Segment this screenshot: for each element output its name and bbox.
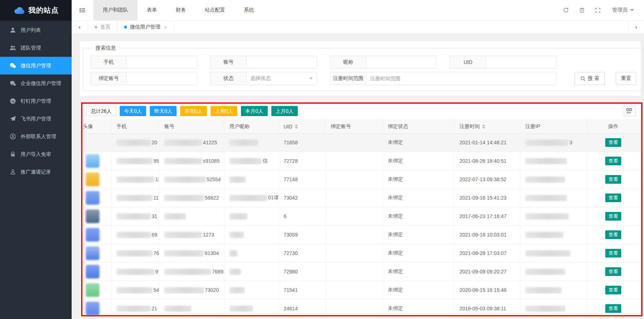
redacted-ip [525, 158, 567, 164]
avatar-cell [80, 152, 111, 170]
stat-badge[interactable]: 本月0人 [241, 106, 268, 116]
sidebar-item-dingtalk[interactable]: 钉钉用户管理 [0, 92, 72, 110]
stat-badge[interactable]: 本周0人 [180, 106, 207, 116]
column-settings-button[interactable] [623, 106, 636, 116]
view-button[interactable]: 查看 [605, 304, 621, 313]
account-cell: s91085 [159, 152, 224, 170]
phone-cell: 31 [111, 207, 159, 225]
sidebar-item-plane[interactable]: 飞书用户管理 [0, 110, 72, 128]
search-field-input[interactable] [246, 56, 317, 69]
redacted-ip [525, 232, 563, 238]
stat-badge[interactable]: 昨天0人 [150, 106, 177, 116]
nickname-cell [224, 244, 279, 262]
wechat-icon [10, 63, 16, 69]
fullscreen-button[interactable] [590, 0, 606, 21]
view-button[interactable]: 查看 [605, 138, 621, 147]
topnav-item[interactable]: 站点配置 [195, 0, 234, 20]
reset-button[interactable]: 重置 [616, 72, 636, 85]
bind-account-input[interactable] [127, 72, 197, 85]
status-select[interactable]: 选择状态 [246, 72, 317, 85]
account-cell [159, 207, 224, 225]
view-button[interactable]: 查看 [605, 230, 621, 239]
view-button[interactable]: 查看 [605, 267, 621, 276]
view-button[interactable]: 查看 [605, 157, 621, 165]
uid-cell: 72728 [279, 152, 326, 170]
sidebar-item-wecom[interactable]: 企业微信用户管理 [0, 75, 72, 92]
tabbar-left-arrow[interactable]: ‹ [72, 21, 88, 34]
time-range-input[interactable] [366, 72, 556, 85]
redacted-ip [525, 250, 571, 256]
sort-icon[interactable] [482, 124, 485, 129]
bind-account-cell [326, 207, 383, 225]
page-tab[interactable]: 首页 [88, 21, 117, 34]
avatar [86, 265, 99, 278]
sidebar-item-invite-record[interactable]: 推广邀请记录 [0, 163, 72, 181]
topnav-item-label: 财务 [176, 7, 186, 13]
page-tab[interactable]: 微信用户管理 × [117, 21, 174, 34]
sidebar-item-wechat[interactable]: 微信用户管理 [0, 57, 72, 75]
topnav-item[interactable]: 表单 [137, 0, 166, 20]
reg-ip-cell [520, 170, 587, 188]
redacted-account [164, 287, 204, 293]
table-row: 54 73020 71541 未绑定 2020-08-15 16:15:48 查… [80, 281, 641, 299]
avatar [86, 136, 99, 149]
dingtalk-icon [10, 98, 16, 104]
avatar [86, 302, 99, 315]
view-button[interactable]: 查看 [605, 193, 621, 202]
search-button[interactable]: 搜 索 [575, 72, 605, 85]
sort-icon[interactable] [295, 124, 298, 129]
search-field-input[interactable] [366, 56, 437, 69]
stat-badge[interactable]: 今天0人 [120, 106, 147, 116]
action-cell: 查看 [587, 281, 639, 299]
topnav-item[interactable]: 系统 [234, 0, 263, 20]
user-menu[interactable]: 管理员 [606, 7, 637, 13]
plane-icon [10, 116, 16, 122]
topnav-item[interactable]: 用户和团队 [93, 0, 137, 20]
sidebar-item-import-audit[interactable]: 用户导入免审 [0, 145, 72, 163]
stat-badge[interactable]: 上周0人 [211, 106, 237, 116]
tab-close-icon[interactable]: × [164, 24, 167, 30]
view-button[interactable]: 查看 [605, 175, 621, 184]
bind-account-cell [326, 133, 383, 152]
sidebar-item-user[interactable]: 用户列表 [0, 21, 72, 39]
table-body: 20 41225 71658 未绑定 2021-01-14 14:46:21 3… [80, 133, 641, 318]
search-icon [580, 76, 586, 81]
refresh-icon [563, 7, 569, 13]
user-table-card: 总计26人今天0人昨天0人本周0人上周0人本月0人上月0人 头像手机账号用户昵称… [80, 102, 641, 319]
topnav-item[interactable]: 财务 [166, 0, 195, 20]
view-button[interactable]: 查看 [605, 286, 621, 294]
view-button[interactable]: 查看 [605, 212, 621, 221]
sidebar-collapse-button[interactable] [72, 0, 93, 20]
status-select-value: 选择状态 [250, 75, 271, 82]
import-audit-icon [10, 151, 16, 157]
uid-cell: 24614 [279, 299, 326, 318]
sidebar-item-users[interactable]: 团队管理 [0, 39, 72, 57]
action-cell: 查看 [587, 207, 639, 225]
bind-status-cell: 未绑定 [383, 244, 454, 262]
search-field-input[interactable] [486, 56, 556, 69]
account-cell: 61304 [159, 244, 224, 262]
search-fieldset: 搜索信息 手机 账号 昵称 UID 绑定账号 状态 选择状态 注册时间 [83, 45, 644, 91]
avatar-cell [80, 281, 111, 299]
reg-ip-cell [520, 263, 587, 281]
sidebar-item-label: 微信用户管理 [21, 63, 51, 69]
phone-cell: 11 [111, 189, 159, 207]
stats-bar: 总计26人今天0人昨天0人本周0人上周0人本月0人上月0人 [86, 106, 298, 116]
refresh-button[interactable] [558, 0, 574, 21]
redacted-phone [116, 287, 153, 293]
reg-ip-cell [520, 152, 587, 170]
tabbar-right-arrow[interactable]: › [628, 21, 644, 34]
view-button[interactable]: 查看 [605, 249, 621, 258]
stat-badge[interactable]: 总计26人 [86, 106, 116, 116]
sidebar-item-contact[interactable]: 外部联系人管理 [0, 128, 72, 145]
stat-badge[interactable]: 上月0人 [271, 106, 298, 116]
table-column-header: 用户昵称 [224, 120, 279, 133]
trash-button[interactable] [574, 0, 590, 21]
table-row: 69 1273 73059 未绑定 2021-09-18 10:03:01 查看 [80, 226, 641, 244]
phone-cell: 69 [111, 226, 159, 244]
user-name: 管理员 [612, 7, 627, 13]
search-field-input[interactable] [127, 56, 197, 69]
redacted-nickname [229, 176, 246, 183]
avatar [86, 154, 99, 168]
reg-time-cell: 2021-08-28 17:03:07 [454, 244, 520, 262]
